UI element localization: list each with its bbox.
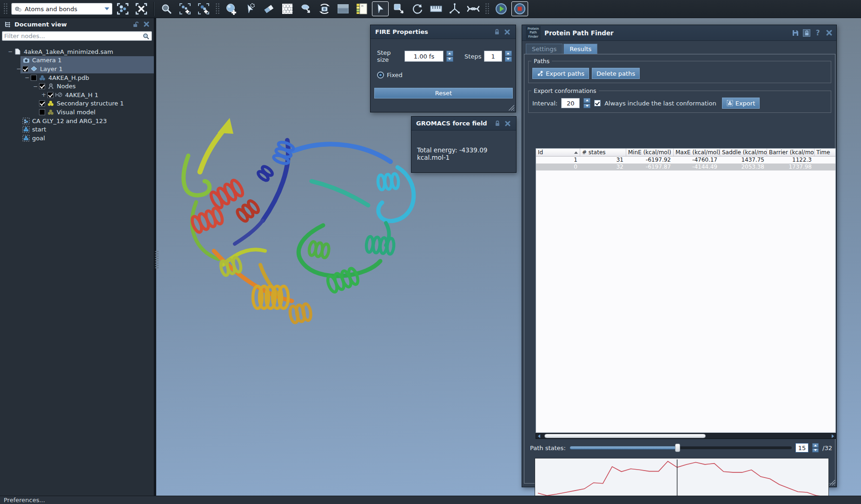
tree-item-goal[interactable]: goal <box>0 134 154 143</box>
lattice-creator-button[interactable] <box>279 1 296 16</box>
steps-input[interactable]: 1 <box>484 51 502 62</box>
resize-grip[interactable] <box>829 480 835 485</box>
unlock-icon[interactable] <box>132 20 139 28</box>
steps-stepper[interactable] <box>505 51 512 62</box>
tree-item-start[interactable]: start <box>0 125 154 134</box>
periodic-table-button[interactable]: H <box>353 1 370 16</box>
interval-input[interactable]: 20 <box>561 98 580 108</box>
search-icon[interactable] <box>142 33 150 40</box>
rotate-button[interactable] <box>409 1 426 16</box>
resize-grip[interactable] <box>509 105 514 111</box>
lock-icon[interactable] <box>803 29 810 37</box>
table-horizontal-scrollbar[interactable] <box>536 433 836 439</box>
axes-button[interactable] <box>446 1 463 16</box>
tree-item-4akea-1akea-minimized-sam[interactable]: −4akeA_1akeA_minimized.sam <box>0 47 154 56</box>
column-header-barrier-kcal-mo[interactable]: Barrier (kcal/mo <box>767 149 815 156</box>
tree-item-nodes[interactable]: −Nodes <box>0 82 154 91</box>
toolbar-drag-handle[interactable] <box>485 3 490 15</box>
export-paths-button[interactable]: Export paths <box>532 68 589 79</box>
column-header-mine-kcal-mol-[interactable]: MinE (kcal/mol) <box>626 149 674 156</box>
zoom-button[interactable] <box>158 1 175 16</box>
stop-simulation-button[interactable] <box>511 1 528 16</box>
table-row[interactable]: 131-6197.92-4760.171437.751122.3 <box>536 157 835 164</box>
pointer-options-button[interactable] <box>242 1 258 16</box>
add-bonded-group-button[interactable] <box>195 1 212 16</box>
fixed-radio[interactable] <box>377 72 384 79</box>
tree-item-4akea-h-1[interactable]: +4AKEA_H 1 <box>0 91 154 99</box>
add-node-group-button[interactable] <box>177 1 193 16</box>
splitter-grip[interactable] <box>154 250 159 269</box>
column-header-saddle-kcal-mo[interactable]: Saddle (kcal/mo <box>720 149 767 156</box>
filter-nodes-input[interactable]: Filter nodes... <box>2 31 152 41</box>
tab-results[interactable]: Results <box>563 44 597 54</box>
always-include-last-checkbox[interactable] <box>594 100 601 106</box>
cursor-button[interactable] <box>372 1 389 16</box>
measure-button[interactable] <box>428 1 444 16</box>
scrollbar-track[interactable] <box>542 433 830 439</box>
rect-select-button[interactable] <box>391 1 407 16</box>
visibility-checkbox[interactable] <box>31 75 37 81</box>
path-state-input[interactable]: 15 <box>795 443 808 452</box>
play-simulation-button[interactable] <box>493 1 510 16</box>
tree-item-secondary-structure-1[interactable]: Secondary structure 1 <box>0 99 154 108</box>
column-header-maxe-kcal-mol-[interactable]: MaxE (kcal/mol) <box>674 149 720 156</box>
step-size-stepper[interactable] <box>446 51 453 62</box>
close-icon[interactable] <box>504 120 511 127</box>
visibility-checkbox[interactable] <box>39 109 45 115</box>
scroll-left-icon[interactable] <box>536 433 542 439</box>
eraser-button[interactable] <box>260 1 277 16</box>
tree-item-visual-model[interactable]: Visual model <box>0 108 154 117</box>
column-header-id[interactable]: Id <box>536 149 580 156</box>
lasso-select-button[interactable] <box>298 1 314 16</box>
path-state-stepper[interactable] <box>812 443 819 452</box>
expander-icon[interactable]: − <box>23 74 31 81</box>
interval-stepper[interactable] <box>583 98 590 108</box>
scrollbar-thumb[interactable] <box>544 434 706 438</box>
column-header-time[interactable]: Time <box>815 149 836 156</box>
export-button[interactable]: Export <box>722 98 760 109</box>
visibility-checkbox[interactable] <box>22 66 28 72</box>
select-nodes-button[interactable] <box>114 1 131 16</box>
reset-button[interactable]: Reset <box>374 88 513 98</box>
path-states-slider[interactable] <box>570 446 792 450</box>
expander-icon[interactable]: − <box>15 65 22 72</box>
scroll-right-icon[interactable] <box>830 433 835 439</box>
ppf-tabs: SettingsResults <box>522 41 836 54</box>
save-icon[interactable] <box>792 29 799 37</box>
toolbar-drag-handle[interactable] <box>215 3 220 15</box>
toolbar-drag-handle[interactable] <box>3 3 8 15</box>
gromacs-title-bar[interactable]: GROMACS force field <box>411 117 516 131</box>
visibility-checkbox[interactable] <box>39 83 45 89</box>
camera-rotate-button[interactable] <box>316 1 333 16</box>
ppf-title-bar[interactable]: Protein Path Finder Protein Path Finder … <box>522 25 836 41</box>
keyboard-shortcuts-button[interactable] <box>335 1 351 16</box>
deselect-nodes-button[interactable] <box>133 1 150 16</box>
help-icon[interactable]: ? <box>814 29 821 37</box>
tree-item-layer-1[interactable]: −Layer 1 <box>0 65 154 73</box>
delete-paths-button[interactable]: Delete paths <box>592 68 640 79</box>
visibility-checkbox[interactable] <box>47 92 53 98</box>
tree-item-ca-gly-12-and-arg-123[interactable]: CA GLY_12 and ARG_123 <box>0 117 154 125</box>
close-icon[interactable] <box>825 29 833 37</box>
lock-icon[interactable] <box>494 120 501 127</box>
tree-item-4akea-h-pdb[interactable]: −4AKEA_H.pdb <box>0 73 154 82</box>
fire-title-bar[interactable]: FIRE Properties <box>371 25 516 39</box>
slider-handle[interactable] <box>675 444 680 452</box>
energy-profile-chart[interactable] <box>535 458 829 500</box>
close-icon[interactable] <box>143 20 150 28</box>
close-icon[interactable] <box>503 28 511 36</box>
tree-item-camera-1[interactable]: Camera 1 <box>0 56 154 65</box>
column-header--states[interactable]: # states <box>580 149 626 156</box>
add-atom-button[interactable] <box>223 1 240 16</box>
node-type-selector[interactable]: Atoms and bonds <box>11 3 113 15</box>
expander-icon[interactable]: − <box>32 83 39 90</box>
step-size-input[interactable]: 1.00 fs <box>404 51 443 62</box>
tab-settings[interactable]: Settings <box>526 44 563 54</box>
lock-icon[interactable] <box>493 28 501 36</box>
visibility-checkbox[interactable] <box>39 100 45 106</box>
dock-splitter[interactable] <box>154 18 156 496</box>
expander-icon[interactable]: − <box>7 48 14 55</box>
twister-button[interactable] <box>465 1 482 16</box>
expander-icon[interactable]: + <box>40 92 47 98</box>
table-row[interactable]: 032-6197.87-4144.492053.381737.98 <box>536 164 835 170</box>
